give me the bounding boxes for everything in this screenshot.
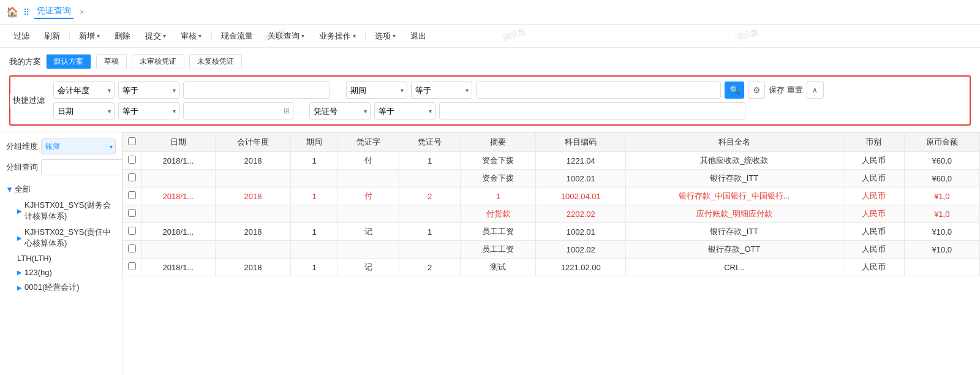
save-reset-text[interactable]: 保存 重置 [769,85,803,96]
cell-voucher-type: 记 [337,259,399,276]
menu-filter[interactable]: 过滤 [6,25,37,48]
table-header-row: 日期 会计年度 期间 凭证字 凭证号 摘要 科目编码 科目全名 币别 原币金额 [123,133,980,152]
scheme-unreviewed[interactable]: 未复核凭证 [189,54,242,69]
date-op-select[interactable]: 等于 [118,102,179,119]
col-summary: 摘要 [461,133,536,152]
menu-refresh[interactable]: 刷新 [37,25,67,48]
row-checkbox-cell [123,205,141,223]
menu-biz[interactable]: 业务操作 ▾ [312,25,363,48]
op2-wrap: 等于 [411,81,472,99]
cell-account-name: 应付账款_明细应付款 [626,205,843,223]
tree-item-kjhstx02[interactable]: ▶ KJHSTX02_SYS(责任中心核算体系) [16,224,116,251]
tree-item-lth[interactable]: LTH(LTH) [16,251,116,265]
menu-cashflow[interactable]: 现金流量 [214,25,260,48]
op2-select[interactable]: 等于 [411,81,472,99]
cell-currency: 人民币 [843,259,904,276]
menu-submit[interactable]: 提交 ▾ [138,25,173,48]
cell-period: 1 [291,223,338,241]
col-date: 日期 [141,133,216,152]
col-account-name: 科目全名 [626,133,843,152]
val2-input[interactable] [476,81,721,99]
cell-year [215,205,290,223]
cell-account-name: 银行存款_ITT [626,223,843,241]
col-currency: 币别 [843,133,904,152]
tree-item-0001[interactable]: ▶ 0001(经营会计) [16,279,116,295]
group-dim-select[interactable]: 账簿 [41,138,116,154]
cell-period: 1 [291,188,338,205]
cell-voucher-no: 1 [399,152,461,170]
cell-account-code: 2202.02 [536,205,626,223]
voucher-no-input[interactable] [439,102,745,119]
group-dim-label: 分组维度 [6,141,38,152]
cell-voucher-type: 记 [337,223,399,241]
grid-icon[interactable]: ⠿ [23,7,29,17]
cell-account-name: 其他应收款_统收款 [626,152,843,170]
collapse-button[interactable]: ∧ [807,81,824,99]
scheme-default[interactable]: 默认方案 [46,54,91,69]
row-checkbox[interactable] [128,227,136,235]
voucher-no-field-wrap: 凭证号 [309,102,371,119]
cell-summary: 员工工资 [461,223,536,241]
data-table-area: 日期 会计年度 期间 凭证字 凭证号 摘要 科目编码 科目全名 币别 原币金额 … [123,132,980,375]
op1-wrap: 等于 [118,81,179,99]
cell-account-code: 1002.01 [536,223,626,241]
watermark2: 演示版 [501,26,527,43]
row-checkbox[interactable] [128,173,136,181]
val1-input[interactable] [183,81,330,99]
col-amount: 原币金额 [904,133,979,152]
menu-related[interactable]: 关联查询 ▾ [260,25,312,48]
voucher-no-op-select[interactable]: 等于 [374,102,435,119]
scheme-unaudited[interactable]: 未审核凭证 [132,54,184,69]
select-all-checkbox[interactable] [128,137,136,145]
row-checkbox[interactable] [128,262,136,270]
row-checkbox[interactable] [128,244,136,252]
menu-delete[interactable]: 删除 [107,25,138,48]
cell-amount: ¥60,0 [904,170,979,188]
tree-item-123hg-label: 123(hg) [24,268,52,277]
audit-arrow-icon: ▾ [198,25,202,48]
row-checkbox[interactable] [128,156,136,164]
field2-select[interactable]: 期间 [346,81,407,99]
cell-year: 2018 [215,259,290,276]
cell-currency: 人民币 [843,205,904,223]
search-button[interactable]: 🔍 [725,81,744,99]
col-account-code: 科目编码 [536,133,626,152]
tree-root[interactable]: ▶ 全部 [6,181,116,197]
tree-item-kjhstx01[interactable]: ▶ KJHSTX01_SYS(财务会计核算体系) [16,197,116,224]
cell-voucher-type: 付 [337,152,399,170]
voucher-no-op-wrap: 等于 [374,102,435,119]
group-dim-row: 分组维度 账簿 [6,138,116,154]
row-checkbox[interactable] [128,191,136,199]
menu-options[interactable]: 选项 ▾ [368,25,403,48]
col-checkbox [123,133,141,152]
row-checkbox[interactable] [128,209,136,217]
table-row: 2018/1... 2018 1 记 2 测试 1221.02.00 CRI..… [123,259,980,276]
cell-currency: 人民币 [843,152,904,170]
cell-amount [904,259,979,276]
date-input[interactable] [183,102,293,119]
date-field-select[interactable]: 日期 [53,102,115,119]
cell-date: 2018/1... [141,152,216,170]
voucher-no-field-select[interactable]: 凭证号 [309,102,371,119]
cell-date: 2018/1... [141,188,216,205]
group-query-input[interactable] [41,159,123,175]
tree-item-123hg[interactable]: ▶ 123(hg) [16,265,116,279]
filter-rows: 会计年度 等于 期间 等于 [53,81,963,119]
cell-voucher-type [337,170,399,188]
gear-button[interactable]: ⚙ [748,81,765,99]
group-query-label: 分组查询 [6,162,38,173]
menu-add[interactable]: 新增 ▾ [72,25,107,48]
cell-currency: 人民币 [843,223,904,241]
menu-audit[interactable]: 审核 ▾ [173,25,209,48]
field1-select[interactable]: 会计年度 [53,81,115,99]
tree-item-kjhstx01-label: KJHSTX01_SYS(财务会计核算体系) [24,200,115,222]
op1-select[interactable]: 等于 [118,81,179,99]
field2-wrap: 期间 [346,81,407,99]
tab-close-btn[interactable]: × [80,8,84,17]
menu-exit[interactable]: 退出 [403,25,434,48]
date-op-wrap: 等于 [118,102,179,119]
tree-item-lth-label: LTH(LTH) [17,254,51,263]
home-icon[interactable]: 🏠 [6,6,18,18]
scheme-draft[interactable]: 草稿 [96,54,127,69]
table-row: 付货款 2202.02 应付账款_明细应付款 人民币 ¥1,0 [123,205,980,223]
